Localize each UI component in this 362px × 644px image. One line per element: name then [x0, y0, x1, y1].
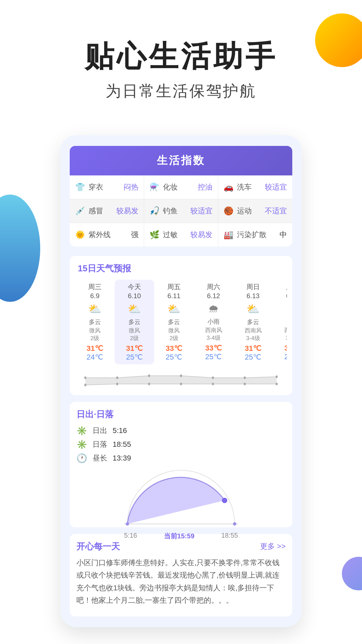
wind-2: 微风	[168, 327, 180, 334]
low-temp-4: 25℃	[245, 353, 261, 362]
weather-2: 多云	[168, 318, 180, 326]
clothing-label: 穿衣	[88, 182, 103, 192]
sport-value: 不适宜	[265, 206, 287, 216]
uv-label: 紫外线	[88, 230, 111, 240]
weather-3: 小雨	[207, 318, 220, 326]
life-row-3: 🌞 紫外线 强 🌿 过敏 较易发 🏭 污染扩散 中	[70, 223, 292, 247]
forecast-day-1: 今天 6.10 ⛅ 多云 微风 2级 31℃ 25℃	[115, 280, 154, 364]
wind-4: 西南风	[245, 327, 262, 334]
forecast-day-3: 周六 6.12 🌧 小雨 西南风 3-4级 33℃ 25℃	[194, 280, 233, 364]
weather-icon-1: ⛅	[128, 303, 141, 315]
svg-point-10	[148, 383, 150, 385]
sunrise-icon: ✳️	[76, 426, 87, 436]
weekday-2: 周五	[167, 282, 181, 291]
wind-0: 微风	[89, 327, 101, 334]
sunrise-section-title: 日出·日落	[76, 409, 286, 420]
weather-icon-0: ⛅	[88, 303, 102, 315]
weekday-0: 周三	[88, 282, 102, 291]
decorative-blue-bottom	[342, 557, 362, 590]
weekday-3: 周六	[207, 282, 220, 291]
weather-icon-2: ⛅	[167, 303, 181, 315]
wind-1: 微风	[129, 327, 140, 334]
forecast-day-2: 周五 6.11 ⛅ 多云 微风 2级 33℃ 25℃	[154, 280, 194, 364]
life-index-grid: 👕 穿衣 闷热 ⚗️ 化妆 控油 🚗 洗车 较适宜 💉	[70, 175, 292, 247]
high-temp-5: 31℃	[284, 344, 287, 353]
hero-section: 贴心生活助手 为日常生活保驾护航	[0, 0, 362, 122]
fishing-icon: 🎣	[149, 206, 160, 216]
uv-value: 强	[131, 230, 138, 240]
life-cell-pollution: 🏭 污染扩散 中	[218, 223, 292, 247]
sun-diagram: 5:16 当前15:59 18:55	[76, 467, 286, 527]
sunrise-label: 日出	[93, 426, 107, 436]
allergy-value: 较易发	[190, 230, 213, 240]
sunrise-section: 日出·日落 ✳️ 日出 5:16 ✳️ 日落 18:55 🕐 昼长 13:39	[70, 402, 292, 527]
allergy-label: 过敏	[163, 230, 178, 240]
uv-icon: 🌞	[75, 230, 85, 239]
pollution-value: 中	[280, 230, 287, 240]
wind-level-0: 2级	[90, 334, 99, 342]
life-cell-sport: 🏀 运动 不适宜	[218, 199, 292, 223]
wind-5: 西南风	[284, 326, 287, 334]
temperature-chart	[75, 367, 287, 394]
clothing-icon: 👕	[75, 182, 85, 192]
duration-value: 13:39	[113, 454, 131, 463]
date-2: 6.11	[168, 292, 181, 300]
svg-point-8	[84, 384, 86, 386]
sport-icon: 🏀	[224, 206, 234, 216]
low-temp-3: 25℃	[205, 353, 222, 361]
low-temp-5: 25℃	[284, 353, 287, 361]
high-temp-1: 31℃	[126, 344, 142, 353]
life-cell-carwash: 🚗 洗车 较适宜	[218, 175, 292, 199]
weekday-1: 今天	[128, 282, 141, 291]
svg-point-13	[244, 383, 246, 385]
forecast-day-0: 周三 6.9 ⛅ 多云 微风 2级 31℃ 24℃	[75, 280, 115, 364]
forecast-day-5: 周一 6.14 🌧 小雨 西南风 3-4级 31℃ 25℃	[273, 280, 287, 364]
low-temp-0: 24℃	[86, 353, 103, 362]
sunset-row: ✳️ 日落 18:55	[76, 439, 286, 450]
happy-title: 开心每一天	[76, 541, 120, 552]
svg-point-1	[84, 376, 86, 379]
happy-more[interactable]: 更多 >>	[260, 541, 286, 551]
cold-icon: 💉	[75, 206, 85, 216]
sunrise-value: 5:16	[113, 426, 127, 435]
svg-point-17	[126, 522, 129, 526]
date-4: 6.13	[247, 292, 260, 300]
hero-subtitle: 为日常生活保驾护航	[20, 81, 342, 102]
sunset-value: 18:55	[113, 440, 131, 449]
forecast-scroll[interactable]: 周三 6.9 ⛅ 多云 微风 2级 31℃ 24℃ 今天 6.10 ⛅ 多云 微…	[75, 280, 287, 364]
weather-4: 多云	[247, 318, 259, 326]
svg-point-2	[116, 376, 118, 379]
wind-level-5: 3-4级	[286, 334, 287, 342]
high-temp-0: 31℃	[86, 344, 103, 353]
high-temp-3: 33℃	[205, 344, 222, 353]
weather-0: 多云	[89, 318, 101, 326]
duration-label: 昼长	[93, 453, 107, 463]
low-temp-1: 25℃	[126, 353, 142, 362]
low-temp-2: 25℃	[166, 353, 182, 362]
sport-label: 运动	[237, 206, 252, 216]
carwash-icon: 🚗	[224, 182, 234, 192]
weather-icon-4: ⛅	[246, 303, 260, 315]
wind-level-4: 3-4级	[246, 334, 260, 342]
wind-level-2: 2级	[170, 334, 178, 342]
makeup-label: 化妆	[163, 182, 178, 192]
life-index-header: 生活指数	[70, 146, 292, 175]
svg-point-4	[180, 374, 182, 377]
weather-1: 多云	[128, 318, 140, 326]
high-temp-2: 33℃	[166, 344, 182, 353]
carwash-value: 较适宜	[265, 182, 287, 192]
duration-icon: 🕐	[76, 453, 87, 464]
cold-label: 感冒	[88, 206, 103, 216]
sunset-label: 日落	[93, 439, 107, 449]
date-5: 6.14	[286, 292, 287, 300]
pollution-icon: 🏭	[224, 230, 234, 239]
svg-point-16	[222, 498, 227, 503]
sunrise-row: ✳️ 日出 5:16	[76, 426, 286, 436]
happy-text: 小区门口修车师傅生意特好。人实在,只要不换零件,常常不收钱或只收个块把钱辛苦钱。…	[76, 556, 286, 610]
svg-point-7	[276, 375, 278, 378]
sun-arc-container: 5:16 当前15:59 18:55	[121, 467, 241, 527]
wind-level-1: 2级	[130, 334, 139, 342]
fishing-value: 较适宜	[190, 206, 213, 216]
makeup-icon: ⚗️	[149, 182, 160, 192]
svg-point-9	[116, 383, 118, 385]
